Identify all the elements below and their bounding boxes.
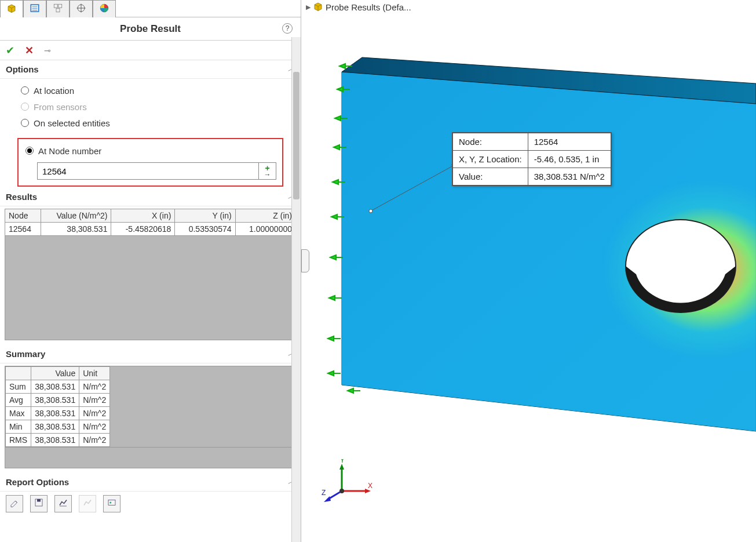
list-icon	[30, 3, 40, 16]
svg-marker-28	[339, 64, 345, 68]
axis-y-label: Y	[340, 459, 345, 464]
node-number-input[interactable]	[37, 162, 259, 180]
breadcrumb-label: Probe Results (Defa...	[326, 2, 411, 12]
callout-node-value: 12564	[528, 133, 611, 151]
results-section: Results ︿ Node Value (N/m^2) X (in) Y (i…	[0, 188, 301, 345]
axis-z-label: Z	[322, 489, 326, 497]
summary-section: Summary ︿ Value Unit Sum 38,308.531 N/m^…	[0, 345, 301, 473]
cell-value: 38,308.531	[41, 223, 111, 236]
row-label: Max	[6, 407, 31, 420]
radio-at-node[interactable]: At Node number	[22, 143, 279, 159]
radio-label: On selected entities	[34, 118, 110, 128]
results-empty-area	[5, 236, 296, 340]
probe-callout[interactable]: Node: 12564 X, Y, Z Location: -5.46, 0.5…	[452, 132, 612, 186]
radio-from-sensors: From sensors	[21, 99, 297, 115]
row-label: Avg	[6, 394, 31, 407]
svg-marker-30	[337, 87, 343, 92]
table-row: Sum 38,308.531 N/m^2	[6, 380, 110, 394]
report-sensor-button[interactable]	[103, 495, 120, 512]
svg-rect-16	[37, 499, 41, 502]
report-response-button	[79, 495, 96, 512]
add-node-button[interactable]: + →	[259, 162, 276, 180]
arrow-right-icon: →	[264, 170, 271, 179]
svg-marker-54	[339, 464, 344, 470]
row-label: Min	[6, 420, 31, 434]
tab-property-manager[interactable]	[23, 0, 46, 17]
callout-value-value: 38,308.531 N/m^2	[528, 168, 611, 185]
svg-marker-34	[334, 145, 339, 150]
report-annotations-button[interactable]	[6, 495, 23, 512]
table-row: RMS 38,308.531 N/m^2	[6, 434, 110, 447]
radio-icon	[25, 147, 34, 155]
panel-scrollbar[interactable]	[291, 37, 301, 542]
table-header-row: Node Value (N/m^2) X (in) Y (in) Z (in)	[5, 209, 296, 223]
tab-display-manager[interactable]	[93, 0, 116, 17]
summary-empty-area	[5, 448, 296, 468]
cell-unit: N/m^2	[79, 420, 110, 434]
cell-value: 38,308.531	[31, 380, 79, 394]
report-options-section: Report Options ︿	[0, 473, 301, 516]
table-header-row: Value Unit	[6, 367, 110, 380]
cell-value: 38,308.531	[31, 394, 79, 407]
cell-unit: N/m^2	[79, 380, 110, 394]
svg-marker-44	[328, 336, 334, 341]
callout-location-label: X, Y, Z Location:	[453, 151, 528, 168]
svg-rect-4	[31, 5, 39, 12]
cancel-button[interactable]: ✕	[25, 44, 34, 57]
results-label: Results	[6, 192, 37, 202]
cell-unit: N/m^2	[79, 394, 110, 407]
svg-marker-58	[324, 496, 331, 502]
tab-configuration-manager[interactable]	[46, 0, 70, 17]
svg-marker-48	[348, 388, 353, 393]
table-row: Avg 38,308.531 N/m^2	[6, 394, 110, 407]
config-icon	[53, 3, 63, 16]
radio-label: At location	[34, 86, 74, 96]
radio-label: From sensors	[34, 102, 87, 112]
help-button[interactable]: ?	[282, 23, 293, 34]
cell-y: 0.53530574	[175, 223, 235, 236]
callout-node-label: Node:	[453, 133, 528, 151]
ok-button[interactable]: ✔	[6, 44, 14, 57]
svg-marker-46	[328, 371, 334, 376]
svg-marker-32	[335, 116, 341, 121]
tab-dimxpert-manager[interactable]	[70, 0, 93, 17]
radio-on-selected[interactable]: On selected entities	[21, 115, 297, 131]
col-unit: Unit	[79, 367, 110, 380]
report-plot-button[interactable]	[54, 495, 72, 512]
svg-rect-10	[56, 8, 60, 12]
summary-table: Value Unit Sum 38,308.531 N/m^2 Avg 38,3…	[5, 366, 110, 447]
svg-point-59	[339, 489, 344, 493]
splitter-grip[interactable]	[301, 249, 309, 272]
results-header[interactable]: Results ︿	[0, 188, 301, 206]
report-options-header[interactable]: Report Options ︿	[0, 473, 301, 492]
radio-label: At Node number	[38, 146, 101, 156]
cube-icon	[6, 3, 17, 16]
radio-icon	[21, 103, 29, 111]
cell-value: 38,308.531	[31, 407, 79, 420]
pm-tab-strip	[0, 0, 301, 17]
report-options-label: Report Options	[6, 477, 69, 487]
tab-feature-manager[interactable]	[0, 0, 23, 17]
chart-line-icon	[58, 497, 68, 510]
report-save-button[interactable]	[30, 495, 48, 512]
options-header[interactable]: Options ︿	[0, 60, 301, 79]
cell-node: 12564	[5, 223, 41, 236]
breadcrumb[interactable]: ▶ Probe Results (Defa...	[306, 1, 411, 13]
cell-value: 38,308.531	[31, 420, 79, 434]
table-row[interactable]: 12564 38,308.531 -5.45820618 0.53530574 …	[5, 223, 296, 236]
callout-value-label: Value:	[453, 168, 528, 185]
at-node-group: At Node number + →	[17, 138, 283, 187]
col-z: Z (in)	[235, 209, 295, 223]
pencil-icon	[9, 497, 20, 510]
appearance-icon	[99, 3, 109, 16]
target-icon	[76, 3, 86, 16]
pm-title-row: Probe Result ?	[0, 17, 301, 41]
pm-title: Probe Result	[120, 23, 181, 35]
coordinate-triad[interactable]: Y X Z	[322, 459, 374, 514]
summary-header[interactable]: Summary ︿	[0, 345, 301, 363]
col-node: Node	[5, 209, 41, 223]
pushpin-button[interactable]: ⊸	[44, 46, 51, 55]
cell-x: -5.45820618	[111, 223, 175, 236]
scrollbar-thumb[interactable]	[293, 72, 300, 199]
radio-at-location[interactable]: At location	[21, 82, 297, 99]
